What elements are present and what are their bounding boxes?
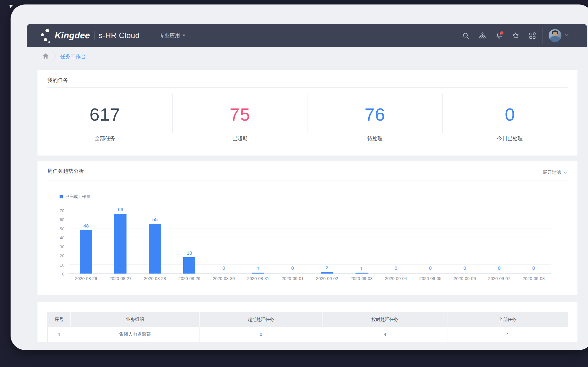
stat-label: 全部任务 — [37, 135, 173, 142]
mouse-cursor — [9, 5, 13, 8]
bar-column: 02020-09-08 — [517, 210, 551, 274]
bar-columns: 482020-08-26662020-08-27552020-08-281820… — [69, 210, 551, 274]
toolbar-divider — [543, 28, 543, 44]
bar-column: 662020-08-27 — [103, 210, 138, 274]
stats-row: 617 全部任务 75 已超期 76 待处理 0 今日已处理 — [37, 87, 577, 156]
chart-plot: 010203040506070482020-08-26662020-08-275… — [69, 210, 551, 274]
column-header-col-business-org: 业务组织 — [71, 312, 199, 327]
column-header-col-overdue-tasks: 超期处理任务 — [199, 312, 323, 327]
y-axis-tick-label: 10 — [49, 263, 64, 267]
table-cell: 1 — [48, 327, 71, 342]
breadcrumb-current-page[interactable]: 任务工作台 — [60, 53, 86, 60]
bar-column: 02020-09-06 — [448, 210, 482, 274]
bar — [149, 224, 161, 274]
stat-processed-today[interactable]: 0 今日已处理 — [443, 87, 578, 156]
user-avatar[interactable] — [549, 29, 561, 42]
my-tasks-card: 我的任务 617 全部任务 75 已超期 76 待处理 0 今日已处理 — [37, 70, 577, 156]
weekly-trend-title: 周任务趋势分析 — [47, 168, 84, 175]
y-axis-tick-label: 20 — [49, 253, 64, 258]
org-task-table-card: 序号业务组织超期处理任务按时处理任务全部任务 1集团人力资源部044 — [37, 302, 577, 342]
bar-column: 22020-09-02 — [310, 210, 345, 274]
bar — [355, 273, 368, 274]
stat-pending[interactable]: 76 待处理 — [307, 87, 443, 156]
bar-value-label: 0 — [207, 266, 241, 271]
toolbar-icons — [462, 32, 536, 39]
bar-value-label: 0 — [448, 266, 482, 271]
column-header-col-ontime-tasks: 按时处理任务 — [323, 312, 447, 327]
app-grid-icon[interactable] — [528, 32, 536, 39]
bar-value-label: 0 — [275, 266, 310, 271]
stat-value: 76 — [307, 105, 443, 124]
card-divider — [47, 180, 568, 180]
bar-column: 02020-09-04 — [379, 210, 413, 274]
org-task-table-wrap: 序号业务组织超期处理任务按时处理任务全部任务 1集团人力资源部044 — [47, 312, 568, 342]
expand-filter-toggle[interactable]: 展开过滤 — [543, 170, 568, 175]
screen: Kingdee s-HR Cloud 专业应用 — [0, 0, 588, 367]
bar — [183, 257, 195, 274]
bar — [252, 273, 264, 274]
notifications-bell-icon[interactable] — [495, 32, 503, 39]
stat-overdue[interactable]: 75 已超期 — [173, 87, 308, 156]
stat-value: 75 — [173, 105, 308, 124]
table-body: 1集团人力资源部044 — [48, 327, 568, 342]
bar-value-label: 55 — [138, 217, 172, 222]
y-axis-tick-label: 60 — [49, 217, 64, 222]
table-cell: 0 — [199, 327, 323, 342]
stat-value: 617 — [37, 105, 173, 124]
org-chart-icon[interactable] — [478, 32, 486, 39]
bar-value-label: 1 — [344, 266, 379, 271]
stat-label: 待处理 — [307, 135, 443, 142]
table-header-row: 序号业务组织超期处理任务按时处理任务全部任务 — [48, 312, 568, 327]
nav-app-menu[interactable]: 专业应用 — [159, 32, 185, 39]
favorites-star-icon[interactable] — [512, 32, 519, 39]
y-axis-tick-label: 0 — [49, 272, 64, 276]
table-cell: 集团人力资源部 — [71, 327, 199, 342]
bar-value-label: 66 — [103, 207, 138, 212]
kingdee-logo-icon — [41, 28, 52, 43]
bar-column: 02020-08-30 — [207, 210, 241, 274]
bar-value-label: 0 — [413, 266, 448, 271]
my-tasks-title: 我的任务 — [47, 77, 68, 84]
brand-divider — [94, 31, 94, 40]
stat-label: 今日已处理 — [443, 135, 578, 142]
bar-column: 02020-09-07 — [482, 210, 517, 274]
bar-value-label: 1 — [241, 266, 276, 271]
viewport-edge — [27, 47, 27, 350]
bar-column: 12020-09-03 — [344, 210, 379, 274]
product-name: s-HR Cloud — [99, 31, 140, 40]
column-header-col-index: 序号 — [48, 312, 71, 327]
stat-value: 0 — [443, 105, 578, 124]
y-axis-tick-label: 70 — [49, 208, 64, 213]
column-header-col-all-tasks: 全部任务 — [447, 312, 568, 327]
brand-name: Kingdee — [55, 31, 90, 41]
bar-column: 482020-08-26 — [69, 210, 103, 274]
nav-app-menu-label: 专业应用 — [159, 32, 180, 39]
bar-column: 552020-08-28 — [138, 210, 172, 274]
bar-column: 02020-09-05 — [413, 210, 448, 274]
bar-column: 02020-09-01 — [275, 210, 310, 274]
top-navigation-bar: Kingdee s-HR Cloud 专业应用 — [27, 24, 587, 47]
x-axis-tick-label: 2020-09-08 — [513, 276, 554, 281]
bar-value-label: 18 — [172, 251, 207, 256]
table-cell: 4 — [447, 327, 568, 342]
table-row[interactable]: 1集团人力资源部044 — [48, 327, 568, 342]
y-axis-tick-label: 30 — [49, 244, 64, 249]
expand-filter-label: 展开过滤 — [543, 170, 561, 175]
breadcrumb-chevron-icon — [52, 51, 57, 62]
chevron-down-icon — [182, 35, 185, 36]
app-window: Kingdee s-HR Cloud 专业应用 — [11, 4, 588, 350]
notification-badge — [500, 31, 503, 35]
weekly-trend-card: 周任务趋势分析 展开过滤 已完成工作量 01020304050607048202… — [37, 161, 577, 295]
bar-value-label: 0 — [517, 266, 551, 271]
bar-value-label: 0 — [379, 266, 413, 271]
bar-value-label: 0 — [482, 266, 517, 271]
y-axis-tick-label: 50 — [49, 227, 64, 231]
user-menu-chevron-icon[interactable] — [565, 33, 569, 38]
chart-legend-item[interactable]: 已完成工作量 — [60, 194, 90, 200]
org-task-table: 序号业务组织超期处理任务按时处理任务全部任务 1集团人力资源部044 — [48, 312, 568, 342]
search-icon[interactable] — [462, 32, 470, 39]
home-icon[interactable] — [43, 53, 49, 60]
stat-label: 已超期 — [173, 135, 308, 142]
stat-all-tasks[interactable]: 617 全部任务 — [37, 87, 173, 156]
legend-swatch — [60, 195, 63, 198]
